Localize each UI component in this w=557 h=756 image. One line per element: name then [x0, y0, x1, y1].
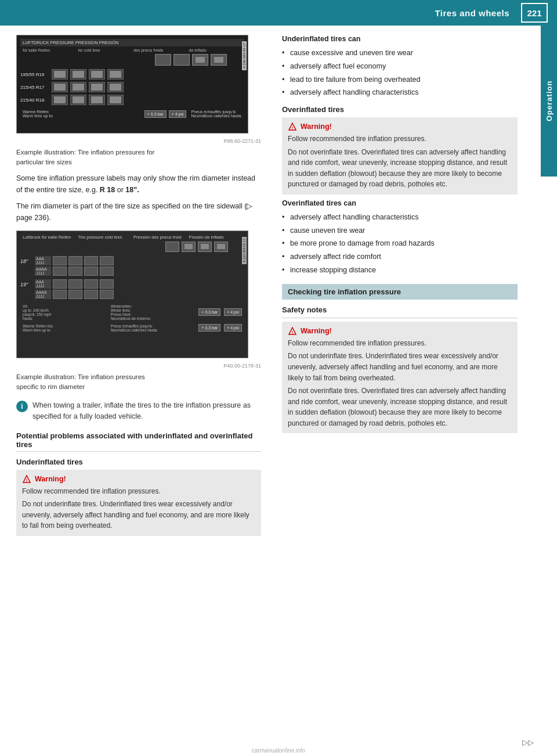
- overinflated-warning-body: Follow recommended tire inflation pressu…: [288, 134, 512, 190]
- tire-image-2: Luftdruck für kalte Reifen Tire pressure…: [16, 231, 248, 358]
- svg-text:!: !: [292, 330, 293, 334]
- bullet-item: cause uneven tire wear: [282, 224, 518, 237]
- checking-section-bar: Checking tire inflation pressure: [282, 284, 518, 300]
- bullet-item: cause excessive and uneven tire wear: [282, 46, 518, 60]
- bullet-item: be more prone to damage from road hazard…: [282, 237, 518, 250]
- bullet-item: increase stopping distance: [282, 264, 518, 277]
- info-text: When towing a trailer, inflate the tires…: [32, 400, 261, 422]
- section-heading: Potential problems associated with under…: [16, 431, 261, 452]
- safety-warning-body: Follow recommended tire inflation pressu…: [288, 338, 512, 429]
- underinflated-heading: Underinflated tires: [16, 458, 261, 466]
- overinflated-bullets-list: adversely affect handling characteristic…: [282, 211, 518, 277]
- content-wrapper: LUFTDRUCK PRESSURE PRESSION PRESIÓN für …: [0, 26, 557, 541]
- underinflated-can-label: Underinflated tires can: [282, 35, 518, 43]
- watermark: carmanualonline.info: [252, 747, 305, 754]
- tire-image-1: LUFTDRUCK PRESSURE PRESSION PRESIÓN für …: [16, 35, 248, 134]
- overinflated-warning-box: ! Warning! Follow recommended tire infla…: [282, 117, 518, 195]
- right-column: Underinflated tires can cause excessive …: [273, 35, 541, 541]
- bullet-item: adversely affect handling characteristic…: [282, 86, 518, 99]
- underinflated-warning-box: ! Warning! Follow recommended tire infla…: [16, 470, 261, 536]
- underinflated-bullets-list: cause excessive and uneven tire wear adv…: [282, 46, 518, 99]
- page-header: Tires and wheels 221: [0, 0, 557, 26]
- operation-tab: Operation: [541, 26, 557, 177]
- image1-caption: P88.60-2271-31: [16, 138, 261, 144]
- page-footer: ▷▷: [522, 738, 534, 747]
- warning-triangle-icon-2: !: [288, 122, 297, 131]
- info-box: i When towing a trailer, inflate the tir…: [16, 400, 261, 422]
- page-number: 221: [521, 3, 548, 23]
- svg-text:!: !: [292, 126, 293, 130]
- safety-notes-heading: Safety notes: [282, 305, 518, 314]
- image1-label: Example illustration: Tire inflation pre…: [16, 147, 261, 168]
- underinflated-warning-title: ! Warning!: [22, 474, 255, 484]
- paragraph-rim-diameter: The rim diameter is part of the tire siz…: [16, 200, 261, 224]
- safety-warning-title: ! Warning!: [288, 326, 512, 336]
- overinflated-warning-title: ! Warning!: [288, 122, 512, 131]
- footer-arrow: ▷▷: [522, 738, 534, 747]
- warning-triangle-icon-3: !: [288, 326, 297, 336]
- header-title: Tires and wheels: [0, 8, 521, 18]
- safety-warning-box: ! Warning! Follow recommended tire infla…: [282, 322, 518, 434]
- left-column: LUFTDRUCK PRESSURE PRESSION PRESIÓN für …: [0, 35, 273, 541]
- image2-label: Example illustration: Tire inflation pre…: [16, 372, 261, 393]
- warning-triangle-icon: !: [22, 474, 31, 484]
- bullet-item: adversely affect ride comfort: [282, 250, 518, 264]
- paragraph-rim: Some tire inflation pressure labels may …: [16, 172, 261, 196]
- overinflated-heading: Overinflated tires: [282, 105, 518, 114]
- bullet-item: lead to tire failure from being overheat…: [282, 73, 518, 87]
- divider: [282, 318, 518, 318]
- overinflated-can-label: Overinflated tires can: [282, 199, 518, 207]
- image2-caption: P40.00-2178-31: [16, 363, 261, 369]
- svg-text:!: !: [26, 478, 27, 482]
- underinflated-warning-body: Follow recommended tire inflation pressu…: [22, 486, 255, 531]
- bullet-item: adversely affect fuel economy: [282, 60, 518, 73]
- bullet-item: adversely affect handling characteristic…: [282, 211, 518, 224]
- info-icon: i: [16, 401, 28, 412]
